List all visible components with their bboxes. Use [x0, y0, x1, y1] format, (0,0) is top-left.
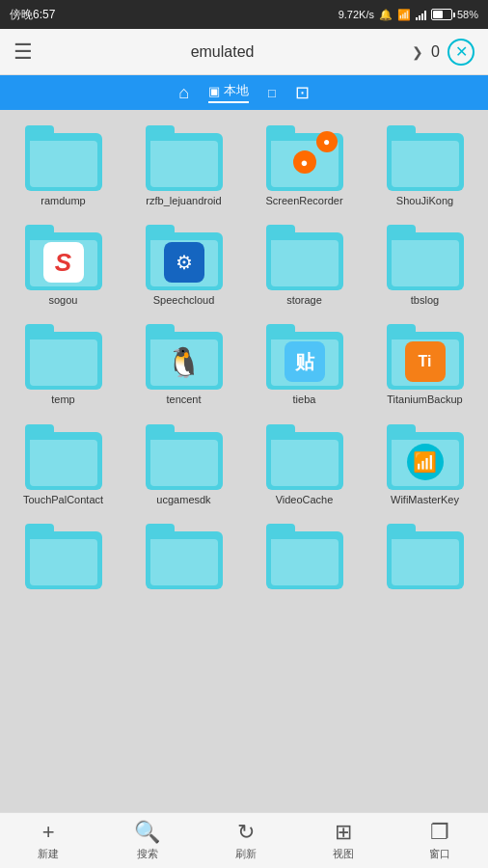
list-item[interactable]: ⚙Speechcloud — [126, 219, 241, 312]
file-name: TouchPalContact — [23, 494, 103, 506]
titanium-app-icon: Ti — [405, 341, 446, 382]
nav-count: 0 — [431, 43, 440, 61]
file-name: tencent — [166, 393, 201, 406]
folder-icon — [25, 324, 102, 390]
folder-icon: ●● — [266, 125, 343, 191]
file-name: rzfb_lejuandroid — [146, 195, 221, 207]
refresh-label: 刷新 — [235, 847, 257, 861]
list-item[interactable] — [6, 518, 121, 599]
search-label: 搜索 — [137, 847, 158, 861]
list-item[interactable]: 📶WifiMasterKey — [367, 419, 482, 512]
folder-icon — [25, 524, 102, 589]
close-icon: ✕ — [455, 42, 468, 61]
refresh-icon: ↻ — [237, 820, 255, 845]
list-item[interactable]: TiTitaniumBackup — [367, 318, 482, 412]
speech-app-icon: ⚙ — [164, 242, 204, 283]
bottom-bar: +新建🔍搜索↻刷新⊞视图❐窗口 — [0, 812, 488, 868]
home-icon[interactable]: ⌂ — [178, 83, 189, 103]
file-name: Speechcloud — [153, 294, 215, 307]
tab-local-label: 本地 — [224, 82, 249, 99]
record-app-icon: ● — [285, 143, 324, 181]
status-speed: 9.72K/s — [339, 9, 374, 20]
menu-icon[interactable]: ☰ — [14, 40, 33, 65]
list-item[interactable] — [367, 518, 482, 599]
file-name: ScreenRecorder — [265, 195, 342, 207]
list-item[interactable]: rzfb_lejuandroid — [126, 120, 241, 213]
search-icon: 🔍 — [134, 820, 160, 845]
list-item[interactable]: 🐧tencent — [126, 318, 241, 412]
bottom-item-window[interactable]: ❐窗口 — [429, 820, 450, 861]
tab-local[interactable]: ▣ 本地 — [208, 82, 249, 103]
bell-icon: 🔔 — [379, 9, 393, 21]
file-name: temp — [51, 393, 74, 406]
file-name: storage — [286, 294, 322, 307]
status-bar: 傍晚6:57 9.72K/s 🔔 📶 58% — [0, 0, 488, 29]
battery-percent: 58% — [457, 9, 478, 20]
status-time: 傍晚6:57 — [10, 7, 55, 23]
share-icon[interactable]: ⊡ — [295, 82, 310, 103]
bottom-item-new[interactable]: +新建 — [38, 820, 59, 861]
tab-bar: ⌂ ▣ 本地 □ ⊡ — [0, 75, 488, 110]
wifi-app-icon: 📶 — [407, 444, 444, 480]
list-item[interactable]: temp — [6, 318, 121, 412]
close-button[interactable]: ✕ — [447, 39, 474, 66]
folder-icon: Ti — [387, 324, 464, 390]
list-item[interactable] — [247, 518, 362, 599]
file-name: WifiMasterKey — [391, 494, 459, 506]
list-item[interactable]: TouchPalContact — [6, 419, 121, 512]
new-label: 新建 — [38, 847, 59, 861]
folder-icon — [25, 424, 102, 490]
nav-bar: ☰ emulated ❯ 0 ✕ — [0, 29, 488, 75]
signal-icon — [416, 9, 426, 20]
bottom-item-refresh[interactable]: ↻刷新 — [235, 820, 257, 861]
file-name: tbslog — [411, 294, 439, 307]
folder-icon: 📶 — [387, 424, 464, 490]
folder-icon: 贴 — [266, 324, 343, 390]
folder-icon: ⚙ — [146, 225, 223, 290]
list-item[interactable]: ShouJiKong — [367, 120, 482, 213]
nav-arrow-icon: ❯ — [412, 44, 423, 60]
tencent-app-icon: 🐧 — [164, 341, 204, 382]
wifi-icon: 📶 — [397, 9, 411, 21]
file-name: ShouJiKong — [396, 195, 453, 207]
folder-icon — [146, 125, 223, 191]
battery-icon — [431, 9, 452, 20]
list-item[interactable]: 贴tieba — [247, 318, 362, 412]
list-item[interactable]: ●●ScreenRecorder — [247, 120, 362, 213]
nav-right: ❯ 0 ✕ — [412, 39, 474, 66]
sogou-app-icon: S — [43, 242, 84, 283]
list-item[interactable]: storage — [247, 219, 362, 312]
tab-remote[interactable]: □ — [268, 86, 276, 100]
local-icon: ▣ — [208, 84, 220, 98]
file-name: sogou — [49, 294, 78, 307]
folder-icon — [387, 524, 464, 589]
folder-icon: S — [25, 225, 102, 290]
list-item[interactable]: ramdump — [6, 120, 121, 213]
file-name: TitaniumBackup — [387, 393, 462, 406]
file-name: ucgamesdk — [156, 494, 210, 506]
bottom-item-view[interactable]: ⊞视图 — [333, 820, 354, 861]
remote-icon: □ — [268, 86, 276, 100]
list-item[interactable] — [126, 518, 241, 599]
file-name: tieba — [293, 393, 316, 406]
folder-icon: 🐧 — [146, 324, 223, 390]
folder-icon — [25, 125, 102, 191]
tieba-app-icon: 贴 — [285, 341, 325, 382]
new-icon: + — [42, 820, 55, 845]
view-icon: ⊞ — [335, 820, 352, 845]
folder-icon — [266, 524, 343, 589]
window-label: 窗口 — [429, 847, 450, 861]
view-label: 视图 — [333, 847, 354, 861]
list-item[interactable]: VideoCache — [247, 419, 362, 512]
file-grid: ramdumprzfb_lejuandroid●●ScreenRecorderS… — [0, 110, 488, 812]
window-icon: ❐ — [430, 820, 449, 845]
file-name: ramdump — [41, 195, 85, 207]
list-item[interactable]: Ssogou — [6, 219, 121, 312]
file-name: VideoCache — [276, 494, 334, 506]
status-right: 9.72K/s 🔔 📶 58% — [339, 9, 478, 21]
app-badge: ● — [316, 131, 338, 152]
folder-icon — [146, 424, 223, 490]
bottom-item-search[interactable]: 🔍搜索 — [134, 820, 160, 861]
list-item[interactable]: tbslog — [367, 219, 482, 312]
list-item[interactable]: ucgamesdk — [126, 419, 241, 512]
